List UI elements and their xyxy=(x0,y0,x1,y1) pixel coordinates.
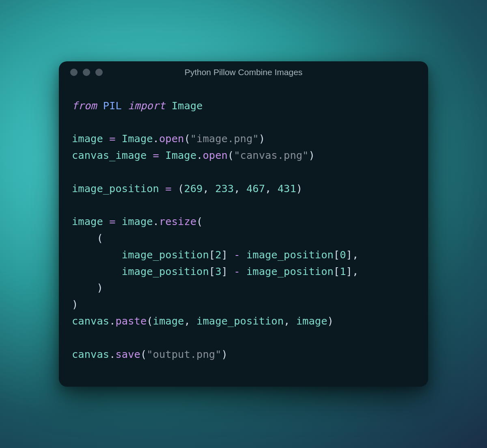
num-269: 269 xyxy=(184,182,203,195)
close-icon[interactable] xyxy=(70,69,78,76)
var-canvas: canvas xyxy=(72,315,109,327)
num-467: 467 xyxy=(246,182,265,195)
code-editor[interactable]: from PIL import Image image = Image.open… xyxy=(59,79,428,387)
window-titlebar: Python Pillow Combine Images xyxy=(59,61,428,79)
maximize-icon[interactable] xyxy=(95,69,103,76)
minimize-icon[interactable] xyxy=(83,69,90,76)
fn-resize: resize xyxy=(159,215,196,227)
var-image-position: image_position xyxy=(72,182,159,195)
fn-save: save xyxy=(115,348,140,360)
code-window: Python Pillow Combine Images from PIL im… xyxy=(59,61,428,387)
var-image: image xyxy=(72,132,103,145)
import-image: Image xyxy=(172,100,203,112)
traffic-lights xyxy=(70,69,103,76)
window-title: Python Pillow Combine Images xyxy=(59,67,428,77)
str-canvas-png: "canvas.png" xyxy=(234,149,308,161)
keyword-import: import xyxy=(128,100,165,112)
module-pil: PIL xyxy=(103,100,122,112)
fn-open: open xyxy=(159,132,184,145)
str-output-png: "output.png" xyxy=(147,348,221,360)
fn-paste: paste xyxy=(115,315,147,327)
str-image-png: "image.png" xyxy=(190,132,259,145)
var-canvas-image: canvas_image xyxy=(72,149,147,161)
num-431: 431 xyxy=(278,182,296,195)
keyword-from: from xyxy=(72,100,97,112)
num-233: 233 xyxy=(215,182,234,195)
